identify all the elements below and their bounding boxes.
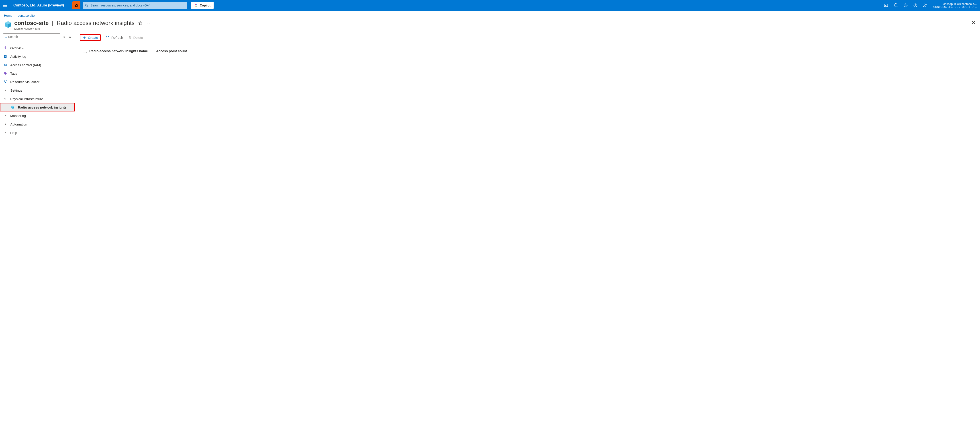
page-title: contoso-site | Radio access network insi…: [14, 20, 135, 27]
notifications-button[interactable]: [891, 0, 901, 11]
sidebar-item-label: Monitoring: [10, 114, 26, 118]
svg-point-13: [6, 64, 6, 65]
resource-cube-icon: [4, 21, 12, 29]
graph-icon: [3, 80, 8, 84]
close-blade-button[interactable]: [972, 21, 975, 25]
svg-point-14: [5, 72, 5, 73]
more-actions-icon[interactable]: ⋯: [146, 21, 150, 25]
chevron-icon: [3, 123, 8, 126]
sidebar-item-access-control-iam[interactable]: Access control (IAM): [0, 61, 75, 69]
search-icon: [85, 3, 88, 7]
menu-search-input[interactable]: [8, 35, 59, 39]
sidebar-item-tags[interactable]: Tags: [0, 69, 75, 78]
cloud-shell-button[interactable]: [881, 0, 891, 11]
content-pane: Create Refresh Delete Radio access netwo…: [75, 32, 980, 62]
svg-point-1: [86, 4, 88, 6]
cloud-shell-icon: [884, 3, 888, 8]
cube-icon: [10, 105, 15, 109]
sidebar-item-resource-visualizer[interactable]: Resource visualizer: [0, 78, 75, 86]
log-icon: [3, 54, 8, 58]
delete-button: Delete: [128, 36, 143, 40]
column-count[interactable]: Access point count: [156, 49, 187, 53]
delete-label: Delete: [134, 36, 143, 40]
sidebar-item-settings[interactable]: Settings: [0, 86, 75, 94]
create-label: Create: [88, 36, 98, 40]
bell-icon: [894, 3, 898, 8]
chevron-icon: [3, 131, 8, 134]
feedback-icon: [923, 3, 928, 8]
refresh-button[interactable]: Refresh: [106, 36, 123, 40]
global-search[interactable]: [83, 2, 187, 9]
select-all-checkbox[interactable]: [83, 49, 87, 53]
trash-icon: [128, 36, 132, 40]
bug-icon: [74, 3, 79, 8]
sidebar-item-label: Resource visualizer: [10, 80, 40, 84]
sidebar-item-label: Help: [10, 131, 17, 135]
sidebar-item-label: Radio access network insights: [18, 105, 67, 109]
sort-icon: [63, 35, 66, 39]
sidebar-item-label: Overview: [10, 46, 24, 50]
help-icon: [913, 3, 918, 8]
favorite-star-icon[interactable]: [138, 21, 143, 26]
breadcrumb: Home › contoso-site: [0, 11, 980, 19]
refresh-label: Refresh: [111, 36, 123, 40]
sidebar-item-label: Automation: [10, 122, 27, 126]
breadcrumb-site[interactable]: contoso-site: [18, 14, 35, 18]
menu-icon[interactable]: [3, 4, 10, 7]
resource-menu: OverviewActivity logAccess control (IAM)…: [0, 32, 75, 141]
sidebar-item-physical-infrastructure[interactable]: Physical infrastructure: [0, 94, 75, 103]
svg-rect-11: [5, 57, 6, 57]
svg-point-0: [75, 5, 77, 6]
svg-point-3: [905, 5, 906, 6]
sidebar-item-label: Tags: [10, 72, 18, 75]
copilot-label: Copilot: [200, 3, 210, 7]
svg-point-12: [4, 64, 5, 65]
sidebar-item-monitoring[interactable]: Monitoring: [0, 112, 75, 120]
search-icon: [5, 35, 8, 38]
plus-icon: [83, 36, 86, 40]
svg-point-6: [5, 36, 7, 38]
report-bug-button[interactable]: [72, 2, 80, 10]
copilot-button[interactable]: Copilot: [191, 2, 213, 9]
sidebar-item-label: Activity log: [10, 54, 26, 58]
close-icon: [972, 21, 975, 24]
chevron-icon: [3, 89, 8, 92]
pin-icon: [3, 46, 8, 50]
settings-button[interactable]: [901, 0, 910, 11]
sidebar-item-activity-log[interactable]: Activity log: [0, 52, 75, 61]
menu-collapse-button[interactable]: [68, 35, 72, 38]
divider: [880, 3, 880, 8]
menu-sort-button[interactable]: [63, 35, 66, 39]
svg-rect-9: [5, 56, 6, 56]
chevron-right-icon: ›: [14, 14, 16, 18]
help-button[interactable]: [910, 0, 920, 11]
account-org: CONTOSO, LTD. (CONTOSO, LTD.…: [933, 6, 977, 8]
sidebar-item-label: Access control (IAM): [10, 63, 41, 67]
account-email: chrisqpublic@contoso.c…: [933, 2, 977, 6]
sidebar-item-help[interactable]: Help: [0, 128, 75, 137]
gear-icon: [904, 3, 908, 8]
sidebar-item-radio-access-network-insights[interactable]: Radio access network insights: [0, 103, 75, 112]
chevron-icon: [3, 114, 8, 117]
command-bar: Create Refresh Delete: [80, 34, 975, 43]
global-search-input[interactable]: [90, 3, 185, 7]
page-header: contoso-site | Radio access network insi…: [0, 19, 980, 32]
chevron-down-icon: [3, 97, 8, 100]
sidebar-item-automation[interactable]: Automation: [0, 120, 75, 128]
feedback-button[interactable]: [920, 0, 930, 11]
people-icon: [3, 63, 8, 67]
create-button[interactable]: Create: [80, 34, 101, 41]
tag-icon: [3, 72, 8, 75]
breadcrumb-home[interactable]: Home: [4, 14, 12, 18]
copilot-icon: [194, 3, 198, 7]
menu-search[interactable]: [3, 34, 60, 40]
tenant-title[interactable]: Contoso, Ltd. Azure (Preview): [13, 3, 64, 7]
column-name[interactable]: Radio access network insights name: [89, 49, 156, 53]
table-header: Radio access network insights name Acces…: [80, 43, 975, 57]
sidebar-item-label: Settings: [10, 88, 22, 92]
svg-point-5: [924, 4, 926, 5]
page-subtitle: Mobile Network Site: [14, 27, 150, 30]
refresh-icon: [106, 36, 110, 40]
account-menu[interactable]: chrisqpublic@contoso.c… CONTOSO, LTD. (C…: [930, 2, 980, 9]
sidebar-item-overview[interactable]: Overview: [0, 44, 75, 52]
